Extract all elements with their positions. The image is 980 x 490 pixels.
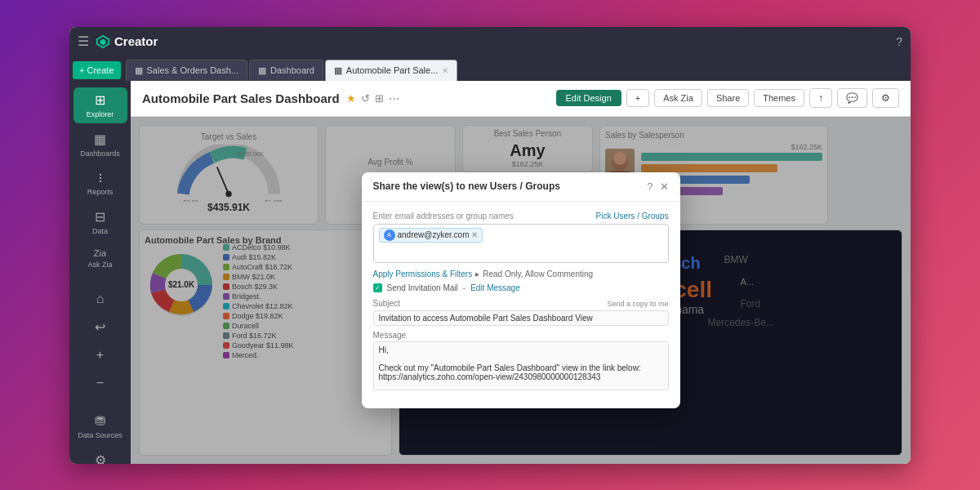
- settings-icon: ⚙: [95, 452, 106, 464]
- app-title: Creator: [114, 34, 158, 48]
- sidebar-item-zoomout[interactable]: −: [74, 371, 127, 395]
- share-modal: Share the view(s) to new Users / Groups …: [362, 172, 680, 408]
- reports-icon: ⫶: [97, 171, 104, 185]
- sidebar-label-data: Data: [92, 227, 108, 235]
- help-icon[interactable]: ?: [896, 35, 902, 48]
- sidebar-item-back[interactable]: ↩: [74, 314, 127, 340]
- menu-icon[interactable]: ☰: [78, 33, 89, 49]
- share-button[interactable]: Share: [707, 89, 749, 107]
- sidebar-item-zoomin[interactable]: +: [74, 343, 127, 368]
- ask-zia-button[interactable]: Ask Zia: [654, 89, 702, 107]
- message-label: Message: [373, 331, 669, 340]
- email-tag-remove[interactable]: ✕: [471, 230, 478, 239]
- subject-row: Subject Send a copy to me: [373, 299, 669, 326]
- zoomin-icon: +: [96, 348, 104, 363]
- back-icon: ↩: [95, 319, 105, 335]
- dashboard-title: Automobile Part Sales Dashboard: [142, 91, 340, 105]
- tab-sales-orders[interactable]: ▦ Sales & Orders Dash...: [126, 60, 248, 81]
- modal-header-actions: ? ✕: [647, 180, 668, 193]
- subject-input[interactable]: [373, 310, 669, 326]
- add-button[interactable]: +: [626, 89, 649, 107]
- email-input-area[interactable]: A andrew@zyker.com ✕: [373, 224, 669, 263]
- svg-marker-1: [100, 38, 105, 45]
- app-window: ☰ Creator ? + Create ▦ Sales & Orders Da…: [69, 27, 911, 464]
- tab-label-auto: Automobile Part Sale...: [346, 65, 439, 75]
- modal-title: Share the view(s) to new Users / Groups: [373, 180, 560, 192]
- pick-users-link[interactable]: Pick Users / Groups: [596, 212, 669, 220]
- app-logo: Creator: [96, 34, 158, 49]
- sidebar-label-reports: Reports: [87, 188, 114, 196]
- gear-button[interactable]: ⚙: [872, 88, 899, 108]
- sidebar-item-settings[interactable]: ⚙ Settings: [74, 448, 127, 464]
- subject-label: Subject: [373, 299, 400, 308]
- undo-icon[interactable]: ↺: [361, 92, 370, 105]
- star-icon[interactable]: ★: [346, 92, 356, 105]
- subject-label-row: Subject Send a copy to me: [373, 299, 669, 310]
- sidebar-item-askzia[interactable]: Zia Ask Zia: [74, 243, 127, 274]
- widgets-area: Target vs Sales $0.00 $7: [131, 117, 911, 464]
- content-area: Automobile Part Sales Dashboard ★ ↺ ⊞ ⋯ …: [131, 81, 911, 464]
- copy-to-me[interactable]: Send a copy to me: [607, 300, 668, 308]
- sidebar-label-dashboards: Dashboards: [80, 149, 120, 158]
- email-label-row: Enter email addresses or group names Pic…: [373, 212, 669, 224]
- send-inv-checkbox[interactable]: ✓: [373, 283, 382, 292]
- email-field-label: Enter email addresses or group names: [373, 212, 514, 220]
- permissions-row: Apply Permissions & Filters ▸ Read Only,…: [373, 270, 669, 278]
- dashboards-icon: ▦: [94, 131, 106, 147]
- message-textarea[interactable]: Hi, Check out my "Automobile Part Sales …: [373, 341, 669, 390]
- tab-icon-auto: ▦: [334, 65, 342, 76]
- sidebar: ⊞ Explorer ▦ Dashboards ⫶ Reports ⊟ Data…: [69, 81, 131, 464]
- email-tag-andrew: A andrew@zyker.com ✕: [379, 228, 483, 243]
- send-inv-label: Send Invitation Mail: [387, 283, 458, 292]
- top-bar: ☰ Creator ?: [69, 27, 911, 56]
- edit-message-link[interactable]: Edit Message: [470, 283, 520, 292]
- dashboard-header: Automobile Part Sales Dashboard ★ ↺ ⊞ ⋯ …: [131, 81, 911, 117]
- sidebar-label-explorer: Explorer: [87, 110, 114, 118]
- dashboard-actions: Edit Design + Ask Zia Share Themes ↑ 💬 ⚙: [556, 88, 900, 108]
- grid-icon[interactable]: ⊞: [375, 92, 384, 105]
- tab-automobile[interactable]: ▦ Automobile Part Sale... ✕: [325, 60, 458, 81]
- sidebar-item-reports[interactable]: ⫶ Reports: [74, 166, 127, 201]
- message-row: Message Hi, Check out my "Automobile Par…: [373, 331, 669, 394]
- more-options-icon[interactable]: ⋯: [389, 92, 399, 105]
- dashboard-header-icons: ★ ↺ ⊞ ⋯: [346, 92, 399, 105]
- sidebar-item-dashboards[interactable]: ▦ Dashboards: [74, 127, 127, 163]
- main-layout: ⊞ Explorer ▦ Dashboards ⫶ Reports ⊟ Data…: [69, 81, 911, 464]
- tab-label-dash: Dashboard: [270, 65, 314, 75]
- data-icon: ⊟: [95, 209, 105, 225]
- themes-button[interactable]: Themes: [754, 89, 804, 107]
- zoomout-icon: −: [96, 376, 104, 390]
- modal-help-icon[interactable]: ?: [647, 180, 653, 193]
- home-icon: ⌂: [96, 292, 105, 306]
- create-button[interactable]: + Create: [73, 61, 121, 79]
- send-invitation-row: ✓ Send Invitation Mail - Edit Message: [373, 283, 669, 292]
- tab-icon-dash: ▦: [258, 65, 266, 76]
- permissions-sep: ▸: [475, 270, 479, 278]
- email-tag-text: andrew@zyker.com: [398, 230, 470, 239]
- modal-close-icon[interactable]: ✕: [660, 180, 669, 193]
- sidebar-item-explorer[interactable]: ⊞ Explorer: [74, 87, 127, 123]
- askzia-icon: Zia: [94, 248, 106, 258]
- permissions-mode: Read Only, Allow Commenting: [483, 270, 593, 278]
- logo-icon: [96, 34, 110, 49]
- tab-dashboard[interactable]: ▦ Dashboard: [249, 60, 323, 81]
- export-button[interactable]: ↑: [809, 88, 832, 108]
- tab-close-auto[interactable]: ✕: [442, 66, 448, 75]
- sidebar-item-home[interactable]: ⌂: [74, 287, 127, 311]
- datasources-icon: ⛃: [95, 413, 105, 429]
- sidebar-item-datasources[interactable]: ⛃ Data Sources: [74, 408, 127, 444]
- email-tag-avatar: A: [384, 229, 395, 241]
- explorer-icon: ⊞: [95, 92, 105, 108]
- edit-design-button[interactable]: Edit Design: [556, 90, 621, 106]
- sidebar-label-askzia: Ask Zia: [87, 261, 112, 269]
- tab-icon-sales: ▦: [135, 65, 143, 76]
- comment-button[interactable]: 💬: [837, 88, 867, 108]
- modal-body: Enter email addresses or group names Pic…: [362, 202, 680, 408]
- modal-overlay: Share the view(s) to new Users / Groups …: [131, 117, 911, 464]
- tabs-bar: + Create ▦ Sales & Orders Dash... ▦ Dash…: [69, 56, 911, 81]
- tab-label-sales: Sales & Orders Dash...: [147, 65, 239, 75]
- modal-header: Share the view(s) to new Users / Groups …: [362, 172, 680, 202]
- sidebar-label-datasources: Data Sources: [78, 431, 122, 439]
- sidebar-item-data[interactable]: ⊟ Data: [74, 204, 127, 240]
- permissions-link[interactable]: Apply Permissions & Filters: [373, 270, 473, 278]
